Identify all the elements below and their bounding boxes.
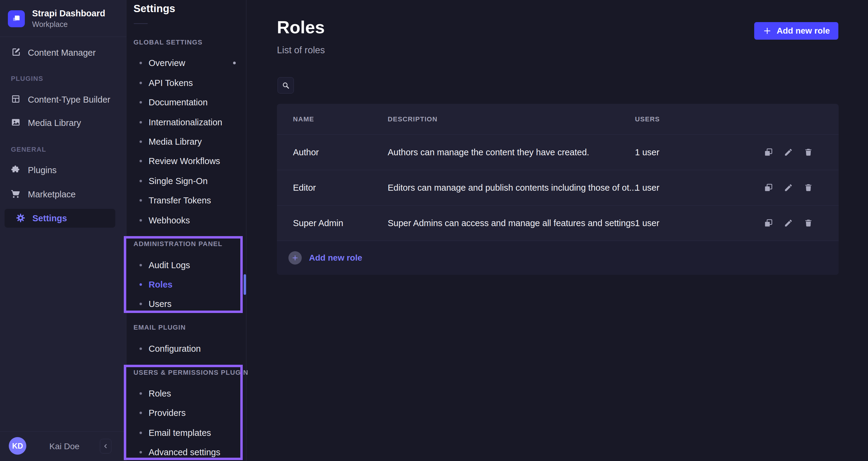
main-sidebar: Strapi Dashboard Workplace Content Manag… bbox=[0, 0, 126, 461]
user-area: KD Kai Doe bbox=[0, 432, 126, 461]
duplicate-button[interactable] bbox=[763, 147, 774, 158]
duplicate-button[interactable] bbox=[763, 182, 774, 193]
user-name: Kai Doe bbox=[49, 442, 80, 451]
table-row[interactable]: Author Authors can manage the content th… bbox=[277, 135, 839, 170]
sidebar-section-plugins: PLUGINS bbox=[11, 75, 43, 83]
table-row[interactable]: Editor Editors can manage and publish co… bbox=[277, 170, 839, 206]
duplicate-icon bbox=[764, 219, 773, 227]
strapi-logo-icon bbox=[8, 10, 25, 27]
bullet-icon bbox=[140, 160, 142, 162]
sidebar-item-media-library[interactable]: Media Library bbox=[0, 116, 126, 129]
subnav-item-documentation[interactable]: Documentation bbox=[126, 96, 246, 109]
bullet-icon bbox=[140, 451, 142, 454]
plus-circle-icon bbox=[288, 251, 302, 265]
subnav-item-single-sign-on[interactable]: Single Sign-On bbox=[126, 175, 246, 187]
role-users: 1 user bbox=[635, 147, 659, 157]
bullet-icon bbox=[140, 347, 142, 350]
divider bbox=[134, 23, 148, 24]
subnav-item-roles-admin[interactable]: Roles bbox=[126, 278, 246, 290]
bullet-icon bbox=[140, 141, 142, 143]
plugins-icon bbox=[11, 165, 22, 176]
strapi-admin-screen: { "app": { "title": "Strapi Dashboard", … bbox=[0, 0, 868, 461]
subnav-item-api-tokens[interactable]: API Tokens bbox=[126, 77, 246, 89]
row-actions bbox=[763, 218, 814, 228]
column-header-name: NAME bbox=[293, 115, 314, 123]
settings-gear-icon bbox=[16, 213, 26, 224]
avatar[interactable]: KD bbox=[9, 437, 26, 455]
bullet-icon bbox=[140, 219, 142, 222]
brand[interactable]: Strapi Dashboard Workplace bbox=[8, 8, 105, 29]
roles-table: NAME DESCRIPTION USERS Author Authors ca… bbox=[277, 104, 839, 275]
subnav-item-media-library[interactable]: Media Library bbox=[126, 135, 246, 148]
pencil-icon bbox=[784, 183, 793, 192]
plus-icon bbox=[763, 26, 772, 35]
duplicate-icon bbox=[764, 148, 773, 157]
subnav-item-overview[interactable]: Overview bbox=[126, 57, 246, 69]
sidebar-item-plugins[interactable]: Plugins bbox=[0, 163, 126, 177]
workspace-name: Workplace bbox=[32, 20, 105, 29]
pencil-icon bbox=[784, 219, 793, 227]
row-actions bbox=[763, 182, 814, 193]
subnav-item-providers[interactable]: Providers bbox=[126, 407, 246, 419]
subnav-item-transfer-tokens[interactable]: Transfer Tokens bbox=[126, 194, 246, 207]
pencil-icon bbox=[784, 148, 793, 157]
main-content: Roles List of roles Add new role NAME DE… bbox=[247, 0, 868, 461]
subnav-item-internationalization[interactable]: Internationalization bbox=[126, 116, 246, 128]
search-button[interactable] bbox=[278, 77, 294, 94]
media-library-icon bbox=[11, 118, 22, 128]
row-actions bbox=[763, 147, 814, 158]
table-row[interactable]: Super Admin Super Admins can access and … bbox=[277, 206, 839, 241]
sidebar-section-general: GENERAL bbox=[11, 146, 46, 153]
duplicate-icon bbox=[764, 183, 773, 192]
table-header-row: NAME DESCRIPTION USERS bbox=[277, 104, 839, 135]
sidebar-item-marketplace[interactable]: Marketplace bbox=[0, 188, 126, 201]
edit-button[interactable] bbox=[783, 147, 794, 158]
bullet-icon bbox=[140, 392, 142, 395]
bullet-icon bbox=[140, 180, 142, 182]
content-manager-icon bbox=[11, 47, 22, 58]
subnav-item-users[interactable]: Users bbox=[126, 298, 246, 310]
subnav-item-review-workflows[interactable]: Review Workflows bbox=[126, 155, 246, 167]
subnav-item-email-templates[interactable]: Email templates bbox=[126, 427, 246, 439]
edit-button[interactable] bbox=[783, 182, 794, 193]
role-name: Author bbox=[293, 147, 319, 157]
delete-button[interactable] bbox=[803, 218, 814, 228]
bullet-icon bbox=[140, 283, 142, 286]
subnav-item-webhooks[interactable]: Webhooks bbox=[126, 214, 246, 226]
role-name: Super Admin bbox=[293, 218, 343, 228]
role-description: Super Admins can access and manage all f… bbox=[388, 218, 638, 228]
role-description: Editors can manage and publish contents … bbox=[388, 183, 637, 193]
sidebar-item-content-manager[interactable]: Content Manager bbox=[0, 46, 126, 59]
search-icon bbox=[281, 81, 290, 90]
add-new-role-button[interactable]: Add new role bbox=[754, 22, 838, 40]
subnav-item-audit-logs[interactable]: Audit Logs bbox=[126, 259, 246, 271]
group-label-email-plugin: EMAIL PLUGIN bbox=[133, 324, 186, 332]
bullet-icon bbox=[140, 199, 142, 202]
marketplace-cart-icon bbox=[11, 189, 22, 200]
delete-button[interactable] bbox=[803, 147, 814, 158]
add-new-role-footer-button[interactable]: Add new role bbox=[277, 241, 839, 275]
bullet-icon bbox=[140, 264, 142, 266]
notification-dot bbox=[233, 62, 236, 64]
collapse-sidebar-button[interactable] bbox=[100, 439, 112, 454]
group-label-global-settings: GLOBAL SETTINGS bbox=[133, 38, 203, 46]
bullet-icon bbox=[140, 432, 142, 434]
edit-button[interactable] bbox=[783, 218, 794, 228]
delete-button[interactable] bbox=[803, 182, 814, 193]
group-label-administration-panel: ADMINISTRATION PANEL bbox=[133, 240, 222, 248]
settings-subnav: Settings GLOBAL SETTINGS Overview API To… bbox=[126, 0, 246, 461]
page-title: Roles bbox=[277, 17, 325, 37]
bullet-icon bbox=[140, 121, 142, 123]
subnav-item-configuration[interactable]: Configuration bbox=[126, 343, 246, 355]
app-title: Strapi Dashboard bbox=[32, 8, 105, 19]
sidebar-item-content-type-builder[interactable]: Content-Type Builder bbox=[0, 93, 126, 106]
subnav-title: Settings bbox=[133, 2, 175, 14]
column-header-users: USERS bbox=[635, 115, 660, 123]
subnav-item-roles-up[interactable]: Roles bbox=[126, 388, 246, 400]
subnav-scrollbar-thumb[interactable] bbox=[244, 274, 246, 295]
sidebar-item-settings[interactable]: Settings bbox=[4, 209, 115, 227]
bullet-icon bbox=[140, 101, 142, 103]
duplicate-button[interactable] bbox=[763, 218, 774, 228]
subnav-item-advanced-settings[interactable]: Advanced settings bbox=[126, 446, 246, 458]
role-description: Authors can manage the content they have… bbox=[388, 147, 589, 157]
